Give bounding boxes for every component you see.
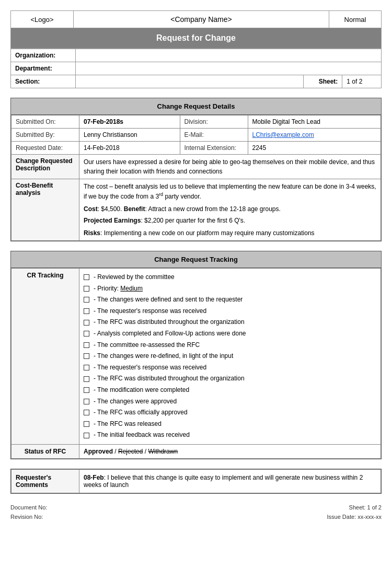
- tracking-item-text: - The requester's response was received: [94, 362, 206, 374]
- cost-benefit-cost: Cost: $4,500. Benefit: Attract a new cro…: [84, 204, 376, 214]
- checkbox-icon: [84, 331, 89, 337]
- status-approved: Approved: [84, 448, 113, 455]
- section-label: Section:: [11, 75, 76, 88]
- header-table: <Logo> <Company Name> Normal: [10, 10, 382, 28]
- change-request-tracking-section: Change Request Tracking CR Tracking - Re…: [10, 251, 382, 459]
- list-item: - The requester's response was received: [84, 362, 376, 374]
- list-item: - The RFC was distributed throughout the…: [84, 373, 376, 385]
- list-item: - Priority: Medium: [84, 283, 376, 295]
- submitted-on-value: 07-Feb-2018s: [79, 115, 180, 129]
- tracking-item-text: - Priority: Medium: [94, 283, 143, 295]
- department-value: [76, 62, 382, 75]
- cost-benefit-projected: Projected Earnings: $2,200 per quarter f…: [84, 216, 376, 225]
- tracking-item-text: - Reviewed by the committee: [94, 272, 175, 283]
- tracking-section-header: Change Request Tracking: [11, 251, 381, 268]
- footer-issue-date: Issue Date: xx-xxx-xx: [327, 513, 382, 522]
- list-item: - The changes were re-defined, in light …: [84, 351, 376, 362]
- logo-cell: <Logo>: [11, 11, 74, 28]
- tracking-item-text: - The changes were approved: [94, 396, 177, 408]
- list-item: - The modification were completed: [84, 385, 376, 396]
- list-item: - The changes were approved: [84, 396, 376, 408]
- requested-date-value: 14-Feb-2018: [79, 142, 180, 155]
- checkbox-icon: [84, 399, 89, 404]
- tracking-item-text: - The committee re-assessed the RFC: [94, 340, 200, 351]
- submitted-by-label: Submitted By:: [11, 129, 79, 142]
- details-section-header: Change Request Details: [11, 98, 381, 115]
- submitted-by-value: Lenny Christianson: [79, 129, 180, 142]
- checkbox-icon: [84, 297, 89, 303]
- footer-right: Sheet: 1 of 2 Issue Date: xx-xxx-xx: [327, 503, 382, 521]
- cost-benefit-content: The cost – benefit analysis led us to be…: [79, 179, 381, 241]
- email-label: E-Mail:: [180, 129, 248, 142]
- checkbox-icon: [84, 274, 89, 280]
- footer-left: Document No: Revision No:: [10, 503, 47, 521]
- doc-no-label: Document No:: [10, 504, 47, 511]
- tracking-item-text: - The modification were completed: [94, 385, 189, 396]
- list-item: - The RFC was distributed throughout the…: [84, 317, 376, 328]
- section-value: [76, 75, 303, 88]
- footer-sheet: Sheet: 1 of 2: [327, 503, 382, 513]
- sheet-label: Sheet:: [303, 75, 342, 88]
- organization-value: [76, 49, 382, 62]
- tracking-item-text: - The RFC was released: [94, 419, 162, 430]
- checkbox-icon: [84, 320, 89, 326]
- company-name: <Company Name>: [170, 15, 232, 24]
- email-link[interactable]: LChris@example.com: [252, 131, 314, 138]
- checkbox-icon: [84, 365, 89, 370]
- email-value: LChris@example.com: [248, 129, 381, 142]
- logo-text: <Logo>: [30, 16, 53, 24]
- company-name-cell: <Company Name>: [74, 11, 329, 28]
- revision-label: Revision No:: [10, 514, 43, 520]
- tracking-item-text: - The changes were re-defined, in light …: [94, 351, 233, 362]
- cost-benefit-risks: Risks: Implementing a new code on our pl…: [84, 228, 376, 238]
- status-withdrawn: Withdrawn: [148, 448, 178, 455]
- comments-value: 08-Feb: I believe that this change is qu…: [79, 469, 381, 493]
- comments-section: Requester's Comments 08-Feb: I believe t…: [10, 469, 382, 494]
- tracking-table: CR Tracking - Reviewed by the committee …: [11, 268, 381, 459]
- list-item: - The initial feedback was received: [84, 430, 376, 441]
- list-item: - Analysis completed and Follow-Up actio…: [84, 328, 376, 340]
- list-item: - The requester's response was received: [84, 306, 376, 317]
- change-desc-label: Change Requested Description: [11, 155, 79, 179]
- comments-table: Requester's Comments 08-Feb: I believe t…: [11, 469, 381, 493]
- style-cell: Normal: [329, 11, 382, 28]
- checkbox-icon: [84, 376, 89, 382]
- cr-tracking-label: CR Tracking: [11, 269, 79, 445]
- checkbox-icon: [84, 308, 89, 314]
- checkbox-icon: [84, 286, 89, 292]
- status-rfc-value: Approved / Rejected / Withdrawn: [79, 444, 381, 458]
- revision-no-row: Revision No:: [10, 513, 47, 522]
- internal-ext-value: 2245: [248, 142, 381, 155]
- checkbox-icon: [84, 410, 89, 415]
- sheet-value: 1 of 2: [342, 75, 382, 88]
- tracking-item-text: - The RFC was officially approved: [94, 407, 188, 419]
- cost-benefit-label: Cost-Benefit analysis: [11, 179, 79, 241]
- organization-label: Organization:: [11, 49, 76, 62]
- style-label: Normal: [344, 16, 366, 24]
- list-item: - Reviewed by the committee: [84, 272, 376, 283]
- requested-date-label: Requested Date:: [11, 142, 79, 155]
- doc-no-row: Document No:: [10, 503, 47, 513]
- comments-date: 08-Feb: I believe that this change is qu…: [84, 474, 363, 489]
- tracking-items-list: - Reviewed by the committee - Priority: …: [84, 272, 376, 441]
- tracking-item-text: - The RFC was distributed throughout the…: [94, 317, 245, 328]
- tracking-item-text: - The RFC was distributed throughout the…: [94, 373, 245, 385]
- checkbox-icon: [84, 421, 89, 427]
- list-item: - The RFC was officially approved: [84, 407, 376, 419]
- checkbox-icon: [84, 433, 89, 438]
- tracking-item-text: - The changes were defined and sent to t…: [94, 294, 243, 306]
- checkbox-icon: [84, 387, 89, 393]
- checkbox-icon: [84, 342, 89, 348]
- comments-label: Requester's Comments: [11, 469, 79, 493]
- list-item: - The committee re-assessed the RFC: [84, 340, 376, 351]
- status-rejected: Rejected: [118, 448, 143, 455]
- status-rfc-label: Status of RFC: [11, 444, 79, 458]
- submitted-on-label: Submitted On:: [11, 115, 79, 129]
- list-item: - The RFC was released: [84, 419, 376, 430]
- list-item: - The changes were defined and sent to t…: [84, 294, 376, 306]
- division-label: Division:: [180, 115, 248, 129]
- change-request-details-section: Change Request Details Submitted On: 07-…: [10, 98, 382, 241]
- internal-ext-label: Internal Extension:: [180, 142, 248, 155]
- tracking-items-cell: - Reviewed by the committee - Priority: …: [79, 269, 381, 445]
- tracking-item-text: - Analysis completed and Follow-Up actio…: [94, 328, 246, 340]
